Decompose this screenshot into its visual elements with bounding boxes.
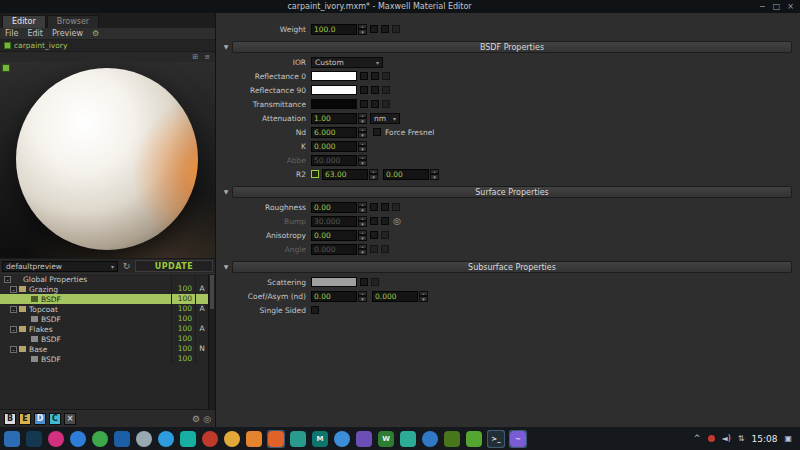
k-spinner[interactable]: ▴▾ xyxy=(358,141,367,152)
expander-icon[interactable]: - xyxy=(4,276,11,283)
map-slot[interactable] xyxy=(381,25,389,33)
layer-tool-button[interactable]: × xyxy=(64,413,76,425)
refresh-preview-icon[interactable]: ↻ xyxy=(120,261,133,271)
settings-gear-icon[interactable]: ⚙ xyxy=(192,414,200,424)
expander-icon[interactable] xyxy=(22,336,29,343)
taskbar-app-button[interactable] xyxy=(201,430,219,448)
map-slot[interactable] xyxy=(382,86,390,94)
tree-scrollbar-thumb[interactable] xyxy=(210,275,214,309)
taskbar-app-button[interactable] xyxy=(443,430,461,448)
panel-tab[interactable]: Editor xyxy=(2,15,46,28)
preview-scene-dropdown[interactable]: defaultpreview ▾ xyxy=(2,261,118,272)
taskbar-app-button[interactable] xyxy=(267,430,285,448)
volume-icon[interactable]: ◄) xyxy=(722,434,731,443)
angle-spinner[interactable]: ▴▾ xyxy=(358,244,367,255)
map-slot[interactable] xyxy=(370,245,378,253)
taskbar-app-button[interactable] xyxy=(245,430,263,448)
tree-row[interactable]: - Topcoat 100 A xyxy=(0,304,208,314)
clock[interactable]: 15:08 xyxy=(752,434,778,444)
tree-row[interactable]: - Grazing 100 A xyxy=(0,284,208,294)
taskbar-app-button[interactable] xyxy=(179,430,197,448)
r2-field-1[interactable]: 63.00 xyxy=(322,169,368,180)
menu-item[interactable]: Edit xyxy=(27,29,43,38)
taskbar-app-button[interactable]: M xyxy=(311,430,329,448)
taskbar-app-button[interactable] xyxy=(3,430,21,448)
roughness-field[interactable]: 0.00 xyxy=(311,202,357,213)
map-slot[interactable] xyxy=(381,231,389,239)
preview-options-icon[interactable]: ≡ xyxy=(204,53,210,61)
coef-field[interactable]: 0.00 xyxy=(311,291,357,302)
collapse-triangle-icon[interactable]: ▼ xyxy=(220,263,232,270)
taskbar-app-button[interactable] xyxy=(157,430,175,448)
taskbar-app-button[interactable] xyxy=(333,430,351,448)
expander-icon[interactable]: - xyxy=(10,286,17,293)
map-slot[interactable] xyxy=(371,86,379,94)
taskbar-app-button[interactable] xyxy=(91,430,109,448)
taskbar-app-button[interactable] xyxy=(399,430,417,448)
map-slot[interactable] xyxy=(381,203,389,211)
nd-spinner[interactable]: ▴▾ xyxy=(358,127,367,138)
map-slot[interactable] xyxy=(360,86,368,94)
menu-item[interactable]: File xyxy=(5,29,18,38)
bump-field[interactable]: 30.000 xyxy=(311,216,357,227)
expander-icon[interactable]: - xyxy=(10,346,17,353)
expander-icon[interactable] xyxy=(22,296,29,303)
map-slot[interactable] xyxy=(360,278,368,286)
expander-icon[interactable] xyxy=(22,316,29,323)
menu-item[interactable]: Preview xyxy=(52,29,83,38)
gear-icon[interactable]: ⚙ xyxy=(92,29,99,38)
map-slot[interactable] xyxy=(392,203,400,211)
weight-field[interactable]: 100.0 xyxy=(311,24,357,35)
tree-row[interactable]: BSDF 100 xyxy=(0,354,208,364)
r2-field-2[interactable]: 0.00 xyxy=(383,169,429,180)
roughness-spinner[interactable]: ▴▾ xyxy=(358,202,367,213)
map-slot[interactable] xyxy=(370,217,378,225)
weight-spinner[interactable]: ▴▾ xyxy=(358,24,367,35)
k-field[interactable]: 0.000 xyxy=(311,141,357,152)
tray-status-icon[interactable] xyxy=(708,435,715,442)
map-slot[interactable] xyxy=(381,217,389,225)
taskbar-app-button[interactable] xyxy=(47,430,65,448)
normal-map-toggle-icon[interactable]: ◎ xyxy=(393,216,401,226)
taskbar-app-button[interactable]: W xyxy=(377,430,395,448)
map-slot[interactable] xyxy=(371,72,379,80)
attenuation-unit-dropdown[interactable]: nm ▾ xyxy=(370,113,400,124)
angle-field[interactable]: 0.000 xyxy=(311,244,357,255)
map-slot[interactable] xyxy=(392,25,400,33)
update-button[interactable]: UPDATE xyxy=(135,260,213,272)
map-slot[interactable] xyxy=(382,100,390,108)
attenuation-spinner[interactable]: ▴▾ xyxy=(358,113,367,124)
tree-row[interactable]: - Base 100 N xyxy=(0,344,208,354)
layer-tool-button[interactable]: B xyxy=(4,413,16,425)
taskbar-app-button[interactable] xyxy=(25,430,43,448)
reflectance90-color-swatch[interactable] xyxy=(311,85,357,95)
taskbar-app-button[interactable] xyxy=(465,430,483,448)
r2-spinner-1[interactable]: ▴▾ xyxy=(369,169,378,180)
network-icon[interactable]: ⇅ xyxy=(738,434,745,443)
anisotropy-field[interactable]: 0.00 xyxy=(311,230,357,241)
map-slot[interactable] xyxy=(371,278,379,286)
panel-tab[interactable]: Browser xyxy=(47,15,99,28)
force-fresnel-checkbox[interactable] xyxy=(373,128,381,136)
reflectance0-color-swatch[interactable] xyxy=(311,71,357,81)
asymmetry-field[interactable]: 0.000 xyxy=(372,291,418,302)
tree-row[interactable]: - Global Properties xyxy=(0,274,208,284)
collapse-triangle-icon[interactable]: ▼ xyxy=(220,43,232,50)
material-preview[interactable] xyxy=(0,62,215,258)
fit-view-icon[interactable]: ⊞ xyxy=(192,53,198,61)
minimize-button[interactable]: − xyxy=(759,2,766,11)
ior-dropdown[interactable]: Custom ▾ xyxy=(311,57,383,68)
single-sided-checkbox[interactable] xyxy=(311,306,319,314)
taskbar-app-button[interactable] xyxy=(223,430,241,448)
taskbar-app-button[interactable]: >_ xyxy=(487,430,505,448)
anisotropy-spinner[interactable]: ▴▾ xyxy=(358,230,367,241)
map-slot[interactable] xyxy=(381,245,389,253)
map-slot[interactable] xyxy=(371,100,379,108)
expander-icon[interactable]: - xyxy=(10,326,17,333)
tree-scrollbar[interactable] xyxy=(208,274,215,409)
taskbar-app-button[interactable]: ~ xyxy=(509,430,527,448)
taskbar-app-button[interactable] xyxy=(289,430,307,448)
tree-row[interactable]: - Flakes 100 A xyxy=(0,324,208,334)
layer-tool-button[interactable]: D xyxy=(34,413,46,425)
coef-spinner[interactable]: ▴▾ xyxy=(358,291,367,302)
